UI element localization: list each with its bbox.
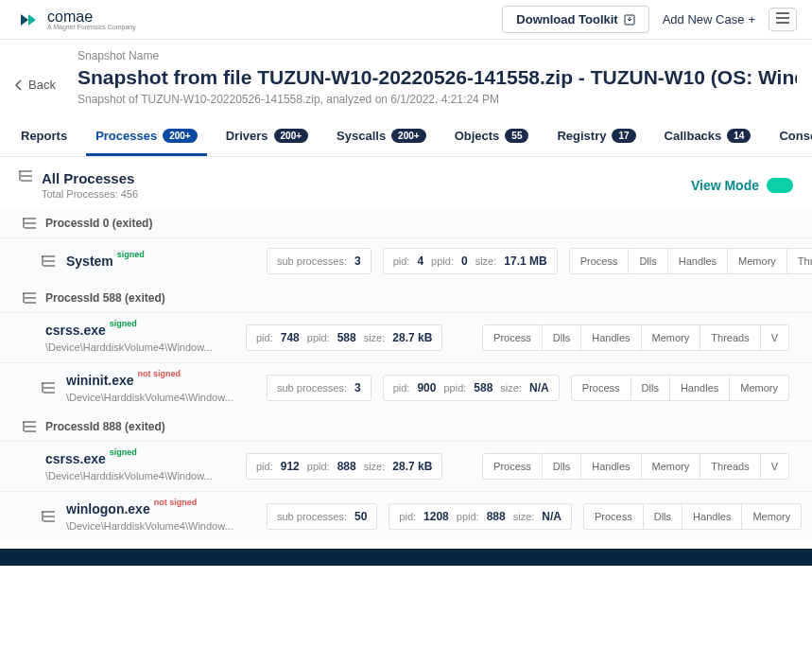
add-case-button[interactable]: Add New Case +	[663, 12, 755, 26]
back-button[interactable]: Back	[15, 78, 56, 92]
tab-reports[interactable]: Reports	[11, 118, 77, 156]
tab-callbacks[interactable]: Callbacks14	[655, 118, 761, 156]
action-dlls[interactable]: Dlls	[629, 248, 667, 274]
tab-drivers[interactable]: Drivers200+	[216, 118, 318, 156]
process-path: \Device\HarddiskVolume4\Window...	[66, 520, 255, 532]
tree-icon	[19, 170, 32, 182]
pid-chip: pid:4ppid:0size:17.1 MB	[383, 248, 558, 274]
chevron-left-icon	[15, 79, 23, 91]
action-memory[interactable]: Memory	[728, 248, 787, 274]
action-handles[interactable]: Handles	[668, 248, 728, 274]
signature-badge: signed	[110, 319, 137, 328]
subprocess-chip: sub processes:3	[267, 375, 371, 401]
row-actions: ProcessDllsHandlesMemoryThreadsV	[569, 248, 812, 274]
process-name: csrss.exe	[45, 323, 106, 338]
download-toolkit-button[interactable]: Download Toolkit	[502, 6, 648, 33]
process-name: winlogon.exe	[66, 501, 150, 517]
process-row[interactable]: winlogon.exenot signed \Device\HarddiskV…	[0, 491, 812, 541]
subprocess-chip: sub processes:50	[267, 503, 377, 530]
action-threads[interactable]: Threads	[787, 248, 812, 274]
tree-icon	[42, 382, 55, 394]
tree-icon	[23, 292, 36, 304]
pid-chip: pid:900ppid:588size:N/A	[383, 375, 560, 401]
snapshot-label: Snapshot Name	[78, 49, 797, 62]
tree-icon	[23, 421, 36, 432]
process-group: ProcessId 888 (exited) csrss.exesigned \…	[0, 412, 812, 541]
action-threads[interactable]: Threads	[700, 324, 760, 351]
footer	[0, 549, 812, 566]
action-memory[interactable]: Memory	[742, 503, 802, 530]
tab-objects[interactable]: Objects55	[445, 118, 539, 156]
tab-console[interactable]: Conso	[769, 118, 812, 156]
tree-icon	[42, 255, 55, 267]
action-process[interactable]: Process	[482, 453, 543, 480]
action-handles[interactable]: Handles	[670, 375, 730, 401]
action-handles[interactable]: Handles	[581, 453, 641, 480]
action-process[interactable]: Process	[482, 324, 543, 351]
process-row[interactable]: csrss.exesigned \Device\HarddiskVolume4\…	[0, 312, 812, 362]
logo[interactable]: comae A Magnet Forensics Company	[15, 9, 136, 30]
signature-badge: signed	[110, 447, 137, 457]
process-name: wininit.exe	[66, 373, 134, 388]
tab-syscalls[interactable]: Syscalls200+	[327, 118, 436, 156]
process-row[interactable]: Systemsigned sub processes:3pid:4ppid:0s…	[0, 237, 812, 284]
action-handles[interactable]: Handles	[682, 503, 742, 530]
action-dlls[interactable]: Dlls	[631, 375, 670, 401]
process-row[interactable]: wininit.exenot signed \Device\HarddiskVo…	[0, 362, 812, 412]
row-actions: ProcessDllsHandlesMemory	[571, 375, 789, 401]
action-memory[interactable]: Memory	[730, 375, 789, 401]
process-name-col: Systemsigned	[66, 254, 255, 269]
logo-icon	[15, 12, 42, 27]
action-dlls[interactable]: Dlls	[644, 503, 682, 530]
group-header[interactable]: ProcessId 888 (exited)	[0, 412, 812, 441]
page-title: Snapshot from file TUZUN-W10-20220526-14…	[78, 66, 797, 89]
action-dlls[interactable]: Dlls	[543, 453, 581, 480]
process-name: csrss.exe	[45, 451, 106, 466]
action-memory[interactable]: Memory	[642, 324, 701, 351]
action-memory[interactable]: Memory	[642, 453, 701, 480]
brand-tagline: A Magnet Forensics Company	[47, 24, 136, 30]
row-actions: ProcessDllsHandlesMemory	[583, 503, 802, 530]
section-subtitle: Total Processes: 456	[42, 188, 138, 200]
page-subtitle: Snapshot of TUZUN-W10-20220526-141558.zi…	[78, 93, 797, 106]
action-process[interactable]: Process	[569, 248, 630, 274]
group-header[interactable]: ProcessId 588 (exited)	[0, 284, 812, 312]
action-process[interactable]: Process	[571, 375, 631, 401]
action-v[interactable]: V	[761, 453, 789, 480]
signature-badge: not signed	[138, 369, 181, 378]
menu-button[interactable]	[769, 8, 797, 31]
download-icon	[624, 14, 635, 26]
tab-registry[interactable]: Registry17	[547, 118, 645, 156]
tree-icon	[23, 218, 36, 229]
topbar: comae A Magnet Forensics Company Downloa…	[0, 0, 812, 40]
process-group: ProcessId 0 (exited) Systemsigned sub pr…	[0, 209, 812, 284]
action-threads[interactable]: Threads	[700, 453, 760, 480]
section-title: All Processes	[42, 170, 138, 186]
row-actions: ProcessDllsHandlesMemoryThreadsV	[482, 453, 789, 480]
process-name-col: csrss.exesigned \Device\HarddiskVolume4\…	[45, 323, 234, 353]
action-process[interactable]: Process	[583, 503, 644, 530]
action-handles[interactable]: Handles	[581, 324, 641, 351]
toggle-switch[interactable]	[767, 178, 793, 193]
group-header[interactable]: ProcessId 0 (exited)	[0, 209, 812, 237]
subprocess-chip: sub processes:3	[267, 248, 371, 274]
process-name-col: csrss.exesigned \Device\HarddiskVolume4\…	[45, 451, 234, 482]
process-group: ProcessId 588 (exited) csrss.exesigned \…	[0, 284, 812, 412]
tab-processes[interactable]: Processes200+	[86, 118, 207, 156]
process-path: \Device\HarddiskVolume4\Window...	[66, 392, 255, 403]
pid-chip: pid:748ppid:588size:28.7 kB	[246, 324, 442, 351]
process-name-col: winlogon.exenot signed \Device\HarddiskV…	[66, 501, 255, 532]
pid-chip: pid:912ppid:888size:28.7 kB	[246, 453, 442, 480]
process-path: \Device\HarddiskVolume4\Window...	[45, 342, 234, 353]
view-mode-toggle[interactable]: View Mode	[691, 178, 793, 193]
process-name: System	[66, 254, 113, 269]
action-dlls[interactable]: Dlls	[543, 324, 581, 351]
plus-icon: +	[748, 12, 755, 26]
signature-badge: not signed	[154, 498, 198, 507]
tab-bar: Reports Processes200+ Drivers200+ Syscal…	[0, 117, 812, 157]
hamburger-icon	[776, 12, 789, 24]
section-header: All Processes Total Processes: 456 View …	[0, 157, 812, 209]
action-v[interactable]: V	[761, 324, 789, 351]
process-row[interactable]: csrss.exesigned \Device\HarddiskVolume4\…	[0, 441, 812, 491]
process-name-col: wininit.exenot signed \Device\HarddiskVo…	[66, 373, 255, 403]
